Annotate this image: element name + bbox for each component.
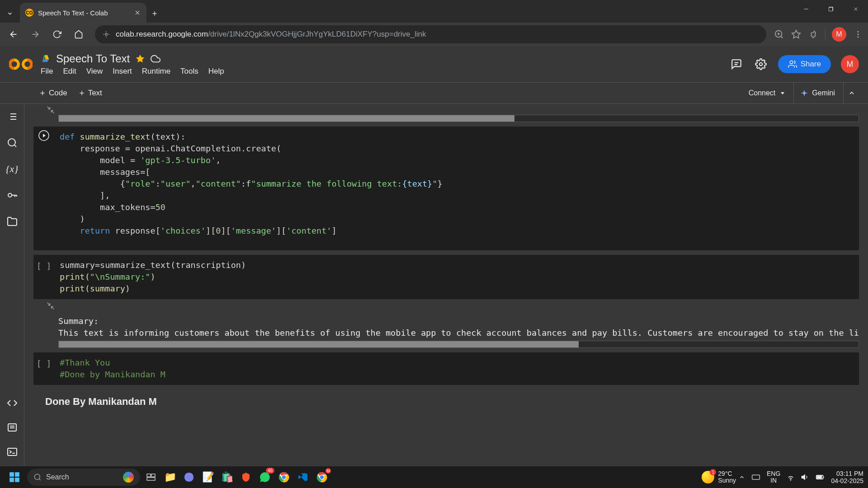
code-content[interactable]: summary=summarize_text(transcription) pr… <box>54 255 859 299</box>
menu-view[interactable]: View <box>86 67 103 76</box>
window-close-button[interactable] <box>843 0 868 18</box>
notepad-icon[interactable]: 📝 <box>200 469 216 485</box>
weather-icon: 1 <box>702 471 714 483</box>
collapse-header-button[interactable] <box>843 83 860 103</box>
toc-icon[interactable] <box>6 110 19 123</box>
bookmark-icon[interactable] <box>791 29 802 40</box>
star-icon[interactable] <box>135 54 145 64</box>
colab-logo-icon[interactable] <box>9 52 33 76</box>
tab-list-dropdown[interactable] <box>0 5 20 23</box>
whatsapp-icon[interactable]: 46 <box>257 469 273 485</box>
browser-profile-avatar[interactable]: M <box>832 27 846 42</box>
back-button[interactable] <box>5 25 23 43</box>
svg-marker-26 <box>136 55 144 62</box>
connect-label: Connect <box>749 89 776 97</box>
taskbar-search[interactable]: Search <box>27 469 140 486</box>
weather-widget[interactable]: 1 29°CSunny <box>702 470 736 484</box>
search-icon[interactable] <box>6 136 19 149</box>
browser-menu-icon[interactable] <box>853 29 863 40</box>
files-icon[interactable] <box>6 215 19 228</box>
cloud-saved-icon <box>151 54 160 64</box>
vscode-icon[interactable] <box>295 469 311 485</box>
close-tab-icon[interactable] <box>134 9 141 16</box>
keyboard-icon[interactable] <box>751 473 760 482</box>
clock[interactable]: 03:11 PM04-02-2025 <box>831 470 863 484</box>
address-bar[interactable]: colab.research.google.com/drive/1lNx2Qgk… <box>95 25 766 43</box>
colab-profile-avatar[interactable]: M <box>841 55 859 73</box>
connect-button[interactable]: Connect <box>742 89 792 97</box>
url-text: colab.research.google.com/drive/1lNx2Qgk… <box>116 30 759 39</box>
language-indicator[interactable]: ENGIN <box>767 470 780 484</box>
variables-icon[interactable]: {x} <box>6 163 19 175</box>
site-settings-icon[interactable] <box>102 30 110 38</box>
add-code-button[interactable]: Code <box>34 86 72 100</box>
menu-file[interactable]: File <box>41 67 53 76</box>
command-palette-icon[interactable] <box>6 421 19 434</box>
share-button[interactable]: Share <box>778 55 831 73</box>
people-icon <box>788 60 797 69</box>
task-view-icon[interactable] <box>143 469 159 485</box>
output-scrollbar[interactable] <box>58 115 859 122</box>
run-button[interactable] <box>38 130 49 141</box>
chevron-down-icon <box>780 90 785 96</box>
start-button[interactable] <box>5 467 24 487</box>
notebook-title[interactable]: Speech To Text <box>56 52 130 65</box>
code-content[interactable]: def summarize_text(text): response = ope… <box>54 127 859 241</box>
wifi-icon[interactable] <box>787 473 795 481</box>
menu-runtime[interactable]: Runtime <box>142 67 170 76</box>
window-minimize-button[interactable] <box>793 0 818 18</box>
search-placeholder: Search <box>46 473 69 481</box>
menu-bar: File Edit View Insert Runtime Tools Help <box>41 67 721 76</box>
colab-favicon-icon: CO <box>25 9 33 17</box>
browser-tab[interactable]: CO Speech To Text - Colab <box>20 3 146 23</box>
forward-button[interactable] <box>26 25 44 43</box>
home-button[interactable] <box>70 25 88 43</box>
code-cell[interactable]: [ ] summary=summarize_text(transcription… <box>33 255 859 299</box>
tab-title: Speech To Text - Colab <box>38 9 129 17</box>
zoom-icon[interactable] <box>774 29 784 40</box>
menu-tools[interactable]: Tools <box>180 67 198 76</box>
divider <box>825 28 826 41</box>
secrets-icon[interactable] <box>6 189 19 202</box>
chrome-icon[interactable] <box>276 469 292 485</box>
output-toggle-icon[interactable] <box>45 302 56 310</box>
tray-chevron-icon[interactable] <box>739 474 745 480</box>
comments-icon[interactable] <box>729 57 744 71</box>
code-snippets-icon[interactable] <box>6 397 19 409</box>
volume-icon[interactable] <box>801 473 809 481</box>
settings-icon[interactable] <box>754 57 768 71</box>
exec-count[interactable]: [ ] <box>37 356 52 385</box>
svg-point-22 <box>857 33 859 35</box>
extensions-icon[interactable] <box>808 29 819 40</box>
window-maximize-button[interactable] <box>818 0 843 18</box>
markdown-cell[interactable]: Done By Manikandan M <box>33 389 859 408</box>
svg-marker-56 <box>43 134 46 137</box>
gemini-button[interactable]: Gemini <box>793 83 841 103</box>
scrollbar-thumb[interactable] <box>59 341 579 347</box>
new-tab-button[interactable] <box>146 5 163 23</box>
terminal-icon[interactable] <box>6 446 19 458</box>
svg-rect-51 <box>8 448 17 455</box>
menu-insert[interactable]: Insert <box>113 67 132 76</box>
reload-button[interactable] <box>48 25 66 43</box>
weather-alert-badge: 1 <box>710 469 716 475</box>
chrome-active-icon[interactable]: M <box>314 469 330 485</box>
add-text-button[interactable]: Text <box>74 86 107 100</box>
app-icon[interactable] <box>181 469 197 485</box>
store-icon[interactable]: 🛍️ <box>219 469 235 485</box>
output-toggle-icon[interactable] <box>45 106 56 114</box>
brave-icon[interactable] <box>238 469 254 485</box>
svg-rect-65 <box>147 474 151 477</box>
svg-rect-6 <box>829 8 832 11</box>
scrollbar-thumb[interactable] <box>59 115 514 122</box>
battery-icon[interactable] <box>816 473 825 482</box>
output-scrollbar[interactable] <box>58 341 859 348</box>
exec-count[interactable]: [ ] <box>37 258 52 299</box>
svg-line-54 <box>52 111 54 113</box>
code-cell[interactable]: def summarize_text(text): response = ope… <box>33 127 859 250</box>
code-content[interactable]: #Thank You #Done by Manikandan M <box>54 352 859 385</box>
file-explorer-icon[interactable]: 📁 <box>162 469 178 485</box>
menu-help[interactable]: Help <box>208 67 224 76</box>
menu-edit[interactable]: Edit <box>63 67 76 76</box>
code-cell[interactable]: [ ] #Thank You #Done by Manikandan M <box>33 352 859 385</box>
